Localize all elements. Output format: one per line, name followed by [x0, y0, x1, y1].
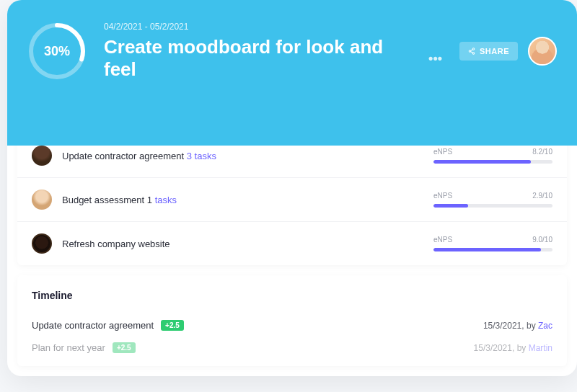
- metric-score: 2.9/10: [532, 192, 552, 200]
- svg-point-4: [472, 53, 475, 55]
- hero-banner: 30% 04/2/2021 - 05/2/2021 Create moodboa…: [7, 0, 577, 146]
- timeline-date: 15/3/2021, by: [474, 343, 527, 353]
- svg-point-2: [472, 48, 475, 50]
- progress-percent: 30%: [44, 44, 70, 59]
- target-text: Budget assessment 1: [62, 195, 152, 205]
- progress-ring: 30%: [27, 22, 87, 81]
- metric-score: 9.0/10: [532, 236, 552, 244]
- metric-label: eNPS: [433, 192, 452, 200]
- timeline-panel: Timeline Update contractor agreement +2.…: [17, 275, 567, 366]
- assignee-avatar: [32, 233, 52, 254]
- share-icon: [468, 48, 475, 55]
- timeline-row[interactable]: Update contractor agreement +2.5 15/3/20…: [32, 314, 552, 337]
- date-range: 04/2/2021 - 05/2/2021: [104, 22, 442, 32]
- assignee-avatar: [32, 146, 52, 166]
- metric-label: eNPS: [433, 236, 452, 244]
- timeline-author[interactable]: Zac: [538, 321, 552, 331]
- metric-score: 8.2/10: [532, 148, 552, 156]
- metric-label: eNPS: [433, 148, 452, 156]
- timeline-title: Timeline: [32, 290, 552, 301]
- task-link[interactable]: 3 tasks: [187, 151, 216, 161]
- timeline-date: 15/3/2021, by: [483, 321, 536, 331]
- target-row[interactable]: Budget assessment 1 tasks eNPS 2.9/10: [17, 178, 567, 222]
- timeline-text: Update contractor agreement: [32, 320, 154, 331]
- target-text: Refresh company website: [62, 239, 170, 249]
- task-link[interactable]: tasks: [155, 195, 177, 205]
- timeline-text: Plan for next year: [32, 342, 105, 353]
- progress-bar: [433, 160, 552, 164]
- progress-bar: [433, 204, 552, 208]
- timeline-author[interactable]: Martin: [529, 343, 552, 353]
- timeline-row[interactable]: Plan for next year +2.5 15/3/2021, by Ma…: [32, 337, 552, 359]
- page-title: Create moodboard for look and feel: [104, 36, 417, 81]
- target-text: Update contractor agreement: [62, 151, 184, 161]
- more-icon[interactable]: •••: [428, 51, 442, 66]
- target-row[interactable]: Refresh company website eNPS 9.0/10: [17, 222, 567, 265]
- delta-badge: +2.5: [161, 320, 184, 331]
- svg-point-3: [469, 50, 471, 53]
- user-avatar[interactable]: [528, 37, 557, 66]
- share-button[interactable]: SHARE: [459, 42, 518, 61]
- delta-badge: +2.5: [113, 342, 136, 353]
- assignee-avatar: [32, 190, 52, 210]
- progress-bar: [433, 248, 552, 251]
